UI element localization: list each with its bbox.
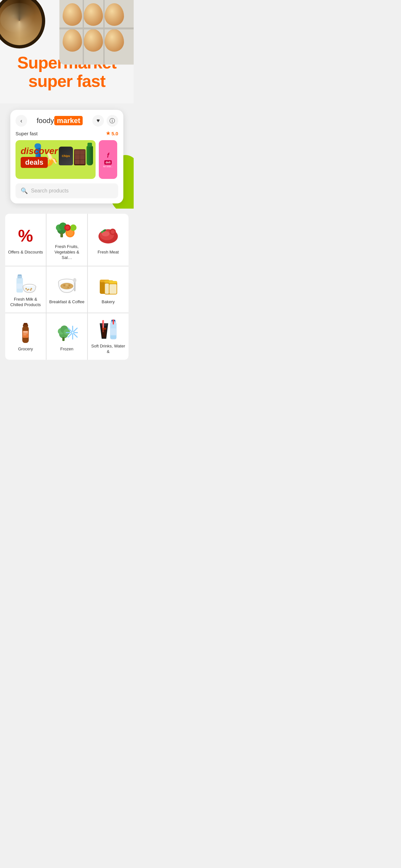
svg-point-23 <box>28 289 29 290</box>
svg-point-30 <box>66 284 68 286</box>
secondary-banner-badge: deli <box>104 160 112 165</box>
drinks-label: Soft Drinks, Water & <box>90 344 126 354</box>
heart-button[interactable]: ♥ <box>92 115 104 127</box>
svg-rect-43 <box>105 283 109 294</box>
svg-point-61 <box>72 332 73 333</box>
drinks-icon <box>97 318 120 341</box>
svg-rect-68 <box>111 336 116 339</box>
sub-header: Super fast ★ 5.0 <box>16 130 118 136</box>
milk-svg <box>14 272 36 294</box>
breakfast-icon <box>56 274 78 297</box>
svg-point-25 <box>27 289 28 290</box>
meat-icon <box>97 224 120 247</box>
banner-container: discover deals 🍌 <box>16 140 118 179</box>
svg-point-29 <box>63 284 65 286</box>
rating-value: 5.0 <box>112 131 118 136</box>
svg-rect-67 <box>111 329 116 335</box>
grocery-svg <box>14 321 36 344</box>
category-frozen[interactable]: Frozen <box>47 313 87 360</box>
svg-rect-55 <box>62 337 65 341</box>
star-icon: ★ <box>106 130 110 136</box>
svg-point-26 <box>30 289 31 290</box>
logo-badge: market <box>54 116 83 125</box>
frozen-svg <box>56 323 78 342</box>
category-breakfast[interactable]: Breakfast & Coffee <box>47 267 87 313</box>
search-icon: 🔍 <box>21 187 28 194</box>
svg-rect-50 <box>23 335 27 335</box>
bakery-svg <box>97 276 119 295</box>
milk-label: Fresh Milk & Chilled Products <box>8 297 43 308</box>
milk-icon <box>14 272 37 294</box>
svg-point-31 <box>68 284 70 286</box>
frozen-icon <box>56 321 78 344</box>
bakery-label: Bakery <box>102 299 115 305</box>
category-fruits[interactable]: Fresh Fruits, Vegetables & Sal… <box>47 214 87 266</box>
categories-grid: % Offers & Discounts <box>5 214 128 360</box>
app-card: ‹ foodymarket ♥ ⓘ Super fast ★ 5.0 <box>10 110 123 204</box>
svg-rect-19 <box>17 283 23 289</box>
categories-section: % Offers & Discounts <box>0 209 134 365</box>
deals-badge: deals <box>21 157 48 168</box>
category-drinks[interactable]: Soft Drinks, Water & <box>88 313 128 360</box>
meat-svg <box>97 226 119 245</box>
logo-text: foody <box>37 117 54 125</box>
grocery-icon <box>14 321 37 344</box>
app-logo: foodymarket <box>37 117 83 125</box>
fruits-label: Fresh Fruits, Vegetables & Sal… <box>49 244 85 260</box>
header-icons: ♥ ⓘ <box>92 115 118 127</box>
breakfast-label: Breakfast & Coffee <box>50 299 85 305</box>
category-bakery[interactable]: Bakery <box>88 267 128 313</box>
fruits-icon <box>56 219 78 242</box>
secondary-banner-title: f <box>107 152 109 159</box>
banner-secondary[interactable]: f deli for orde... <box>99 140 117 179</box>
svg-rect-69 <box>113 319 114 324</box>
category-meat[interactable]: Fresh Meat <box>88 214 128 266</box>
bakery-icon <box>97 274 120 297</box>
app-header: ‹ foodymarket ♥ ⓘ <box>16 115 118 127</box>
rating-block: ★ 5.0 <box>106 130 118 136</box>
fruits-svg <box>56 221 78 240</box>
eggs-decoration <box>59 0 134 65</box>
store-label: Super fast <box>16 131 37 136</box>
svg-rect-48 <box>23 331 28 333</box>
svg-rect-42 <box>110 284 117 294</box>
svg-point-6 <box>70 224 76 231</box>
meat-label: Fresh Meat <box>97 250 119 255</box>
svg-rect-49 <box>23 333 28 334</box>
svg-point-13 <box>111 230 115 234</box>
hero-title-line2: super fast <box>0 72 134 90</box>
breakfast-svg <box>56 276 78 295</box>
svg-point-33 <box>67 287 69 288</box>
svg-rect-41 <box>109 281 117 283</box>
drinks-svg <box>97 319 119 341</box>
offers-label: Offers & Discounts <box>8 250 43 255</box>
svg-rect-18 <box>18 275 22 276</box>
svg-rect-3 <box>60 233 63 237</box>
category-offers[interactable]: % Offers & Discounts <box>5 214 46 266</box>
svg-point-32 <box>65 287 66 288</box>
offers-icon: % <box>14 224 37 247</box>
frozen-label: Frozen <box>60 346 73 352</box>
back-button[interactable]: ‹ <box>16 115 27 127</box>
secondary-banner-sub: for orde... <box>103 165 113 167</box>
discover-text: discover <box>21 147 90 156</box>
svg-rect-46 <box>24 323 27 325</box>
svg-point-8 <box>66 226 69 229</box>
svg-point-35 <box>73 278 76 283</box>
category-milk[interactable]: Fresh Milk & Chilled Products <box>5 267 46 313</box>
hero-section: Supermarket super fast <box>0 0 134 103</box>
grocery-label: Grocery <box>18 346 33 352</box>
category-grocery[interactable]: Grocery <box>5 313 46 360</box>
coffee-cup-decoration <box>0 0 45 49</box>
search-placeholder: Search products <box>31 188 69 194</box>
svg-point-24 <box>31 288 32 289</box>
svg-rect-34 <box>74 282 75 291</box>
svg-point-22 <box>26 288 27 289</box>
info-button[interactable]: ⓘ <box>106 115 118 127</box>
banner-main[interactable]: discover deals 🍌 <box>16 140 96 179</box>
search-bar[interactable]: 🔍 Search products <box>16 183 118 198</box>
